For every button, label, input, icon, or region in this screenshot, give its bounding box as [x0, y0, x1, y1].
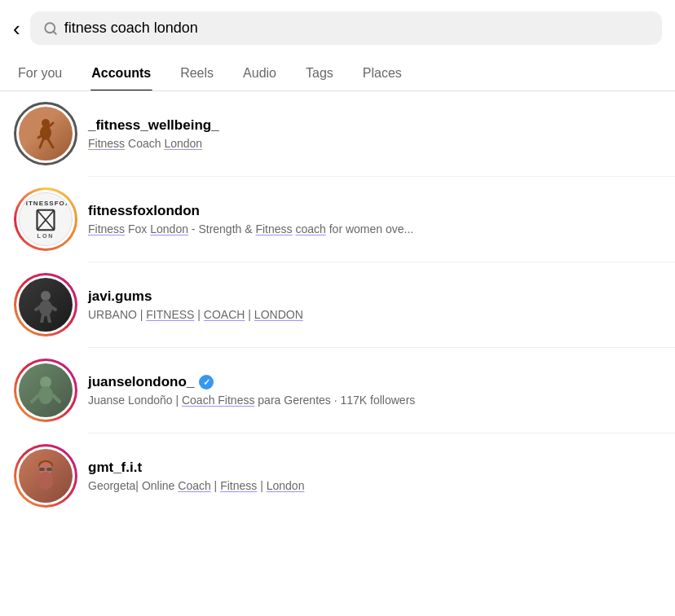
back-button[interactable]: ‹: [13, 18, 20, 39]
avatar: [16, 275, 75, 334]
list-item[interactable]: gmt_f.i.t Georgeta| Online Coach | Fitne…: [0, 433, 675, 518]
svg-line-7: [48, 139, 53, 147]
account-bio: URBANO | FITNESS | COACH | LONDON: [88, 308, 659, 321]
account-info: _fitness_wellbeing_ Fitness Coach London: [88, 117, 659, 150]
account-username: gmt_f.i.t: [88, 460, 142, 476]
account-username: fitnessfoxlondon: [88, 203, 200, 219]
account-info: javi.gums URBANO | FITNESS | COACH | LON…: [88, 288, 659, 321]
tab-reels[interactable]: Reels: [165, 56, 228, 90]
svg-point-18: [38, 386, 53, 404]
account-bio: Fitness Fox London - Strength & Fitness …: [88, 222, 659, 235]
tab-places[interactable]: Places: [348, 56, 417, 90]
search-icon: [43, 21, 58, 36]
account-list: _fitness_wellbeing_ Fitness Coach London…: [0, 91, 675, 518]
account-info: gmt_f.i.t Georgeta| Online Coach | Fitne…: [88, 460, 659, 492]
tab-accounts[interactable]: Accounts: [77, 56, 165, 90]
account-bio: Georgeta| Online Coach | Fitness | Londo…: [88, 479, 659, 492]
account-bio: Juanse Londoño | Coach Fitness para Gere…: [88, 394, 659, 407]
account-info: fitnessfoxlondon Fitness Fox London - St…: [88, 203, 659, 235]
account-username: juanselondono_: [88, 374, 194, 390]
avatar: [16, 361, 75, 420]
svg-line-20: [53, 395, 60, 402]
account-info: juanselondono_ Juanse Londoño | Coach Fi…: [88, 374, 659, 407]
svg-line-19: [32, 395, 38, 402]
search-bar[interactable]: fitness coach london: [30, 11, 662, 45]
account-bio: Fitness Coach London: [88, 137, 659, 150]
tab-for-you[interactable]: For you: [3, 56, 77, 90]
svg-rect-25: [46, 468, 52, 471]
list-item[interactable]: FITNESSFOX LON fitnessfoxlondon Fitness …: [0, 177, 675, 262]
header: ‹ fitness coach london: [0, 0, 675, 56]
avatar: [16, 104, 75, 163]
search-text: fitness coach london: [64, 20, 198, 37]
avatar: FITNESSFOX LON: [16, 190, 75, 249]
list-item[interactable]: juanselondono_ Juanse Londoño | Coach Fi…: [0, 348, 675, 433]
tab-audio[interactable]: Audio: [228, 56, 291, 90]
verified-badge: [199, 375, 214, 389]
account-username: javi.gums: [88, 288, 152, 305]
account-username: _fitness_wellbeing_: [88, 117, 219, 134]
avatar: [16, 447, 75, 505]
tab-tags[interactable]: Tags: [291, 56, 348, 90]
tabs-bar: For you Accounts Reels Audio Tags Places: [0, 56, 675, 91]
svg-line-15: [42, 315, 43, 323]
svg-rect-24: [39, 468, 45, 471]
list-item[interactable]: javi.gums URBANO | FITNESS | COACH | LON…: [0, 262, 675, 347]
svg-point-26: [38, 472, 53, 490]
svg-line-1: [53, 31, 55, 33]
svg-point-17: [40, 376, 51, 388]
svg-line-16: [48, 315, 50, 323]
svg-point-11: [41, 291, 51, 301]
list-item[interactable]: _fitness_wellbeing_ Fitness Coach London: [0, 91, 675, 176]
svg-line-6: [40, 139, 43, 147]
